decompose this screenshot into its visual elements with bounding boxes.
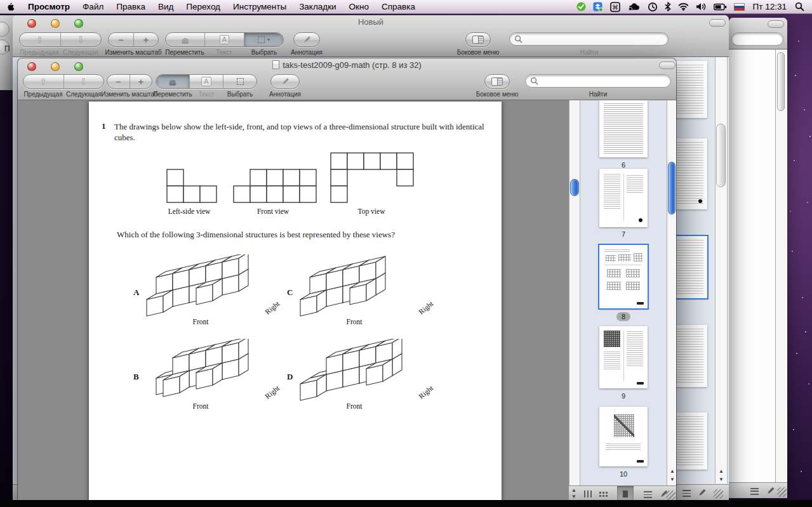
find-label: Найти (589, 91, 608, 98)
annotate-pencil-icon[interactable] (697, 488, 707, 497)
option-letter: B (133, 372, 139, 382)
menu-tools[interactable]: Инструменты (227, 0, 293, 14)
answer-option-d: D Front Right (279, 335, 438, 416)
move-label: Переместить (165, 49, 204, 56)
menu-go[interactable]: Переход (180, 0, 227, 14)
select-label: Выбрать (251, 49, 277, 56)
scrollbar-thumb[interactable] (668, 162, 676, 214)
menu-app-name[interactable]: Просмотр (22, 0, 76, 14)
scrollbar-thumb[interactable] (570, 179, 579, 196)
zoom-out-button[interactable]: − (109, 33, 134, 46)
annotate-button[interactable] (293, 32, 320, 47)
contact-sheet-icon[interactable] (599, 492, 601, 494)
toolbar-button-fragment[interactable] (0, 22, 10, 37)
command-menu-icon[interactable]: ⌘ (610, 1, 620, 13)
next-page-button[interactable]: ⇩ (64, 75, 104, 88)
scrollbar-thumb[interactable] (716, 124, 726, 187)
active-window-preview[interactable]: taks-test2009-g09-math (стр. 8 из 32) ⇧ … (18, 58, 676, 501)
input-language-flag-ru-icon[interactable] (734, 1, 745, 13)
option-letter: C (287, 287, 293, 298)
time-machine-icon[interactable] (648, 1, 658, 13)
document-scrollbar[interactable] (569, 100, 580, 485)
front-view-label: Front view (257, 207, 289, 215)
resize-grip[interactable] (777, 487, 787, 497)
clouds-icon[interactable] (627, 1, 641, 13)
previous-page-button[interactable]: ⇧ (20, 33, 61, 46)
menu-clock[interactable]: Пт 12:31 (752, 2, 788, 11)
resize-grip[interactable] (666, 491, 676, 500)
scroll-up-arrow[interactable]: ▲ (670, 469, 675, 474)
thumbnail-page-8-selected[interactable] (599, 245, 648, 308)
hand-icon (168, 77, 178, 87)
sidebar-label: Боковое меню (457, 49, 500, 56)
dropbox-icon[interactable] (593, 1, 603, 13)
list-view-icon[interactable] (682, 490, 691, 497)
up-arrow-icon: ⇧ (36, 35, 44, 44)
toolbar-toggle-pill[interactable] (659, 62, 676, 69)
volume-icon[interactable] (696, 1, 707, 13)
scroll-up-arrow[interactable]: ▲ (719, 469, 724, 474)
menu-window[interactable]: Окно (343, 0, 375, 14)
list-view-icon[interactable] (750, 488, 759, 495)
menu-edit[interactable]: Правка (110, 0, 152, 14)
bottom-bar (729, 482, 787, 498)
right-label: Right (264, 384, 281, 400)
scroll-up-arrow[interactable]: ▲ (571, 488, 576, 493)
columns-view-icon[interactable] (584, 491, 592, 497)
sidebar-scrollbar[interactable]: ▲ ▼ (667, 100, 676, 485)
search-input[interactable] (538, 77, 658, 86)
scrollbar[interactable] (775, 49, 786, 482)
zoom-in-button[interactable]: + (130, 75, 152, 88)
move-tool-button[interactable] (166, 33, 205, 46)
search-input[interactable] (522, 35, 653, 44)
top-view-figure (330, 152, 414, 203)
page-number: 10 (580, 470, 667, 478)
next-page-button[interactable]: ⇩ (61, 33, 102, 46)
thumbnail-page-6[interactable] (599, 100, 648, 157)
menu-bookmarks[interactable]: Закладки (293, 0, 342, 14)
green-check-icon[interactable] (576, 1, 586, 13)
document-icon (272, 60, 279, 69)
background-window-right[interactable] (729, 18, 787, 498)
single-page-view-selected[interactable] (617, 486, 634, 501)
sidebar-button[interactable] (465, 32, 491, 47)
thumbnail-page-10[interactable] (599, 407, 648, 466)
text-tool-button[interactable]: A (205, 33, 244, 46)
apple-menu[interactable] (0, 0, 22, 14)
search-field[interactable] (509, 32, 669, 46)
zoom-label: Изменить масштаб (105, 49, 161, 56)
resize-grip[interactable] (714, 489, 723, 499)
select-tool-button[interactable] (223, 75, 256, 88)
battery-icon[interactable] (714, 1, 727, 13)
up-arrow-icon: ⇧ (39, 77, 48, 86)
zoom-in-button[interactable]: + (134, 33, 159, 46)
thumbnail-page-7[interactable] (599, 169, 648, 227)
spotlight-icon[interactable] (795, 1, 804, 13)
menu-help[interactable]: Справка (375, 0, 422, 14)
toolbar-toggle-pill[interactable] (709, 19, 726, 27)
bluetooth-icon[interactable] (665, 1, 671, 13)
select-tool-button[interactable]: ▾ (244, 33, 283, 46)
menu-view[interactable]: Вид (152, 0, 180, 14)
move-tool-button[interactable] (156, 75, 190, 88)
scrollbar-thumb[interactable] (777, 52, 785, 111)
window-title: taks-test2009-g09-math (стр. 8 из 32) (18, 60, 676, 70)
menu-file[interactable]: Файл (76, 0, 110, 14)
scroll-down-arrow[interactable]: ▼ (571, 494, 576, 499)
sidebar-button[interactable] (484, 74, 510, 89)
zoom-out-button[interactable]: − (107, 75, 130, 88)
sidebar-bottom-bar: ▲ ▼ (569, 485, 676, 501)
thumbnail-page-9[interactable] (599, 326, 648, 388)
text-tool-button[interactable]: A (190, 75, 223, 88)
search-field[interactable] (731, 32, 783, 46)
scroll-down-arrow[interactable]: ▼ (719, 477, 724, 482)
previous-page-button[interactable]: ⇧ (23, 75, 64, 88)
scroll-down-arrow[interactable]: ▼ (670, 477, 675, 482)
wifi-icon[interactable] (678, 1, 689, 13)
annotate-button[interactable] (270, 74, 300, 89)
toolbar-toggle-pill[interactable] (768, 20, 784, 28)
sidebar-scrollbar[interactable] (715, 57, 728, 484)
search-field[interactable] (525, 74, 671, 88)
list-view-icon[interactable] (644, 491, 652, 498)
annotate-pencil-icon[interactable] (766, 486, 775, 496)
